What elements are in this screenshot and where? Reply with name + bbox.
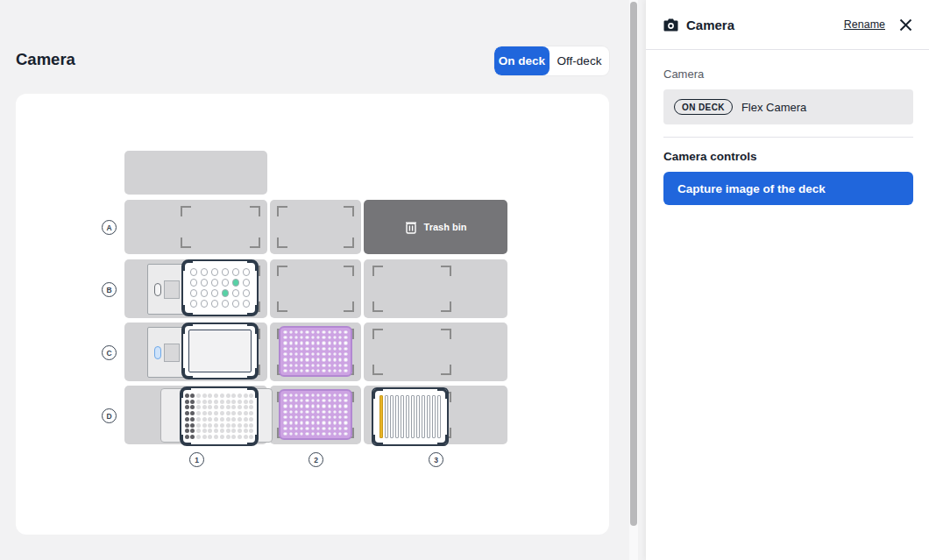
column-label-2: 2 (308, 452, 323, 467)
column-label-1: 1 (189, 452, 204, 467)
row-label-d: D (102, 408, 117, 423)
wellplate-96-grid (283, 393, 347, 436)
row-label-c: C (102, 345, 117, 360)
page-title: Camera (16, 50, 75, 69)
trash-bin-label: Trash bin (424, 222, 467, 232)
on-deck-badge: ON DECK (674, 99, 733, 115)
camera-device-name: Flex Camera (741, 101, 806, 114)
module-b1[interactable] (147, 264, 186, 315)
trash-icon (405, 220, 417, 234)
camera-side-panel: Camera Rename Camera ON DECK Flex Camera… (646, 0, 929, 560)
slot-c3[interactable] (364, 323, 507, 381)
slot-b2[interactable] (270, 259, 361, 318)
module-latch-icon (154, 346, 161, 359)
slot-b3[interactable] (364, 259, 507, 318)
close-icon[interactable] (897, 17, 913, 32)
scrollbar-thumb[interactable] (630, 2, 637, 526)
labware-b1-wellplate[interactable] (181, 259, 259, 316)
module-latch-icon (154, 283, 161, 296)
module-block-icon (164, 344, 180, 362)
deck-view-toggle: On deck Off-deck (494, 46, 609, 75)
labware-d2-wellplate-96[interactable] (279, 389, 352, 440)
module-block-icon (164, 280, 180, 299)
row-label-a: A (102, 220, 117, 235)
slot-a2[interactable] (270, 200, 361, 254)
module-c1[interactable] (147, 327, 186, 378)
on-deck-tab[interactable]: On deck (494, 46, 550, 75)
reservoir-single-well (188, 330, 252, 372)
panel-header: Camera Rename (646, 0, 929, 50)
wellplate-24-grid (190, 268, 251, 308)
deck-extension-slot (124, 151, 267, 195)
panel-title: Camera (686, 18, 844, 32)
camera-section-label: Camera (663, 67, 913, 81)
trash-bin[interactable]: Trash bin (364, 200, 507, 254)
camera-icon (663, 18, 678, 32)
divider (663, 137, 913, 138)
labware-c1-reservoir[interactable] (181, 323, 259, 379)
wellplate-96-grid (185, 393, 254, 439)
labware-d3-reservoir-12[interactable] (372, 387, 449, 446)
camera-controls-heading: Camera controls (663, 150, 913, 163)
reservoir-12-columns (379, 395, 441, 438)
capture-image-button[interactable]: Capture image of the deck (663, 172, 913, 205)
camera-device-row: ON DECK Flex Camera (663, 89, 913, 124)
labware-d1-wellplate-96[interactable] (180, 386, 259, 446)
wellplate-96-grid (283, 330, 347, 372)
deck-map-card: Trash bin A B C D 1 2 3 (16, 94, 609, 535)
row-label-b: B (102, 282, 117, 297)
labware-c2-wellplate-96[interactable] (279, 326, 352, 377)
slot-a1[interactable] (124, 200, 267, 254)
deck-map-area: Camera On deck Off-deck Trash bin (0, 0, 638, 560)
off-deck-tab[interactable]: Off-deck (550, 46, 609, 75)
column-label-3: 3 (429, 452, 443, 467)
rename-link[interactable]: Rename (844, 18, 885, 31)
